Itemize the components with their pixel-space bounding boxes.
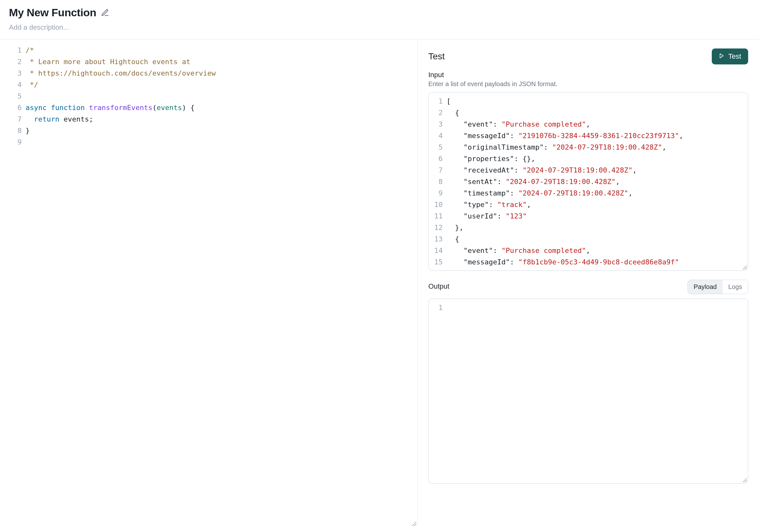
- code-line: 15 "messageId": "f8b1cb9e-05c3-4d49-9bc8…: [429, 256, 748, 268]
- code-content: "sentAt": "2024-07-29T18:19:00.428Z",: [447, 176, 620, 188]
- line-number: 5: [0, 91, 25, 102]
- line-number: 10: [429, 199, 447, 210]
- code-line: 4 */: [0, 79, 417, 91]
- code-content: [: [447, 96, 451, 107]
- code-content: {: [447, 107, 459, 119]
- code-content: "type": "track",: [447, 199, 531, 210]
- code-line: 1/*: [0, 45, 417, 56]
- line-number: 11: [429, 210, 447, 222]
- code-line: 5 "originalTimestamp": "2024-07-29T18:19…: [429, 142, 748, 153]
- code-line: 3 "event": "Purchase completed",: [429, 119, 748, 130]
- code-content: return events;: [25, 114, 93, 125]
- line-number: 9: [0, 136, 25, 148]
- line-number: 5: [429, 142, 447, 153]
- code-line: 13 {: [429, 234, 748, 245]
- line-number: 6: [429, 153, 447, 165]
- code-line: 11 "userId": "123": [429, 210, 748, 222]
- code-line: 7 "receivedAt": "2024-07-29T18:19:00.428…: [429, 165, 748, 176]
- tab-logs[interactable]: Logs: [723, 280, 748, 294]
- line-number: 7: [429, 165, 447, 176]
- code-content: {: [447, 234, 459, 245]
- test-button-label: Test: [728, 52, 741, 60]
- code-line: 12 },: [429, 222, 748, 234]
- line-number: 13: [429, 234, 447, 245]
- code-content: */: [25, 79, 38, 91]
- code-line: 7 return events;: [0, 114, 417, 125]
- code-content: "properties": {},: [447, 153, 535, 165]
- tab-payload[interactable]: Payload: [688, 280, 722, 294]
- edit-title-icon[interactable]: [101, 9, 109, 17]
- line-number: 9: [429, 188, 447, 199]
- code-line: 14 "event": "Purchase completed",: [429, 245, 748, 256]
- code-line: 8}: [0, 125, 417, 136]
- line-number: 3: [0, 68, 25, 79]
- page-header: My New Function: [0, 0, 759, 40]
- code-content: "userId": "123": [447, 210, 527, 222]
- code-line: 3 * https://hightouch.com/docs/events/ov…: [0, 68, 417, 79]
- code-line: 6 "properties": {},: [429, 153, 748, 165]
- line-number: 8: [429, 176, 447, 188]
- play-icon: [719, 52, 725, 60]
- input-label: Input: [428, 71, 748, 79]
- code-content: "event": "Purchase completed",: [447, 245, 590, 256]
- line-number: 7: [0, 114, 25, 125]
- output-label: Output: [428, 282, 449, 290]
- resize-handle-icon[interactable]: [411, 521, 416, 526]
- code-content: "originalTimestamp": "2024-07-29T18:19:0…: [447, 142, 666, 153]
- resize-handle-icon[interactable]: [742, 264, 747, 270]
- line-number: 3: [429, 119, 447, 130]
- code-content: "receivedAt": "2024-07-29T18:19:00.428Z"…: [447, 165, 637, 176]
- code-content: },: [447, 222, 463, 234]
- code-content: * https://hightouch.com/docs/events/over…: [25, 68, 216, 79]
- input-hint: Enter a list of event payloads in JSON f…: [428, 80, 748, 88]
- code-content: "messageId": "2191076b-3284-4459-8361-21…: [447, 130, 683, 142]
- code-editor[interactable]: 1/*2 * Learn more about Hightouch events…: [0, 45, 417, 148]
- code-line: 1: [429, 302, 748, 314]
- code-editor-panel[interactable]: 1/*2 * Learn more about Hightouch events…: [0, 40, 418, 527]
- code-line: 4 "messageId": "2191076b-3284-4459-8361-…: [429, 130, 748, 142]
- page-title: My New Function: [9, 6, 97, 19]
- run-test-button[interactable]: Test: [712, 49, 748, 64]
- output-tab-switcher: Payload Logs: [688, 280, 748, 294]
- code-content: }: [25, 125, 30, 136]
- svg-marker-0: [720, 54, 723, 58]
- line-number: 4: [429, 130, 447, 142]
- input-json-editor[interactable]: 1[2 {3 "event": "Purchase completed",4 "…: [428, 92, 748, 271]
- code-line: 2 * Learn more about Hightouch events at: [0, 56, 417, 68]
- code-line: 5: [0, 91, 417, 102]
- test-section-title: Test: [428, 51, 445, 61]
- code-line: 10 "type": "track",: [429, 199, 748, 210]
- code-content: * Learn more about Hightouch events at: [25, 56, 190, 68]
- output-json-viewer[interactable]: 1: [428, 298, 748, 483]
- code-line: 6async function transformEvents(events) …: [0, 102, 417, 114]
- code-line: 9 "timestamp": "2024-07-29T18:19:00.428Z…: [429, 188, 748, 199]
- code-content: "messageId": "f8b1cb9e-05c3-4d49-9bc8-dc…: [447, 256, 679, 268]
- line-number: 14: [429, 245, 447, 256]
- line-number: 15: [429, 256, 447, 268]
- code-line: 2 {: [429, 107, 748, 119]
- line-number: 4: [0, 79, 25, 91]
- line-number: 6: [0, 102, 25, 114]
- code-content: "timestamp": "2024-07-29T18:19:00.428Z",: [447, 188, 633, 199]
- code-content: /*: [25, 45, 34, 56]
- code-line: 8 "sentAt": "2024-07-29T18:19:00.428Z",: [429, 176, 748, 188]
- code-content: "event": "Purchase completed",: [447, 119, 590, 130]
- code-content: async function transformEvents(events) {: [25, 102, 195, 114]
- line-number: 1: [429, 302, 447, 314]
- resize-handle-icon[interactable]: [742, 477, 747, 482]
- line-number: 2: [0, 56, 25, 68]
- line-number: 12: [429, 222, 447, 234]
- test-panel: Test Test Input Enter a list of event pa…: [418, 40, 759, 527]
- description-input[interactable]: [9, 23, 750, 32]
- code-line: 9: [0, 136, 417, 148]
- line-number: 1: [0, 45, 25, 56]
- line-number: 2: [429, 107, 447, 119]
- code-line: 1[: [429, 96, 748, 107]
- line-number: 1: [429, 96, 447, 107]
- line-number: 8: [0, 125, 25, 136]
